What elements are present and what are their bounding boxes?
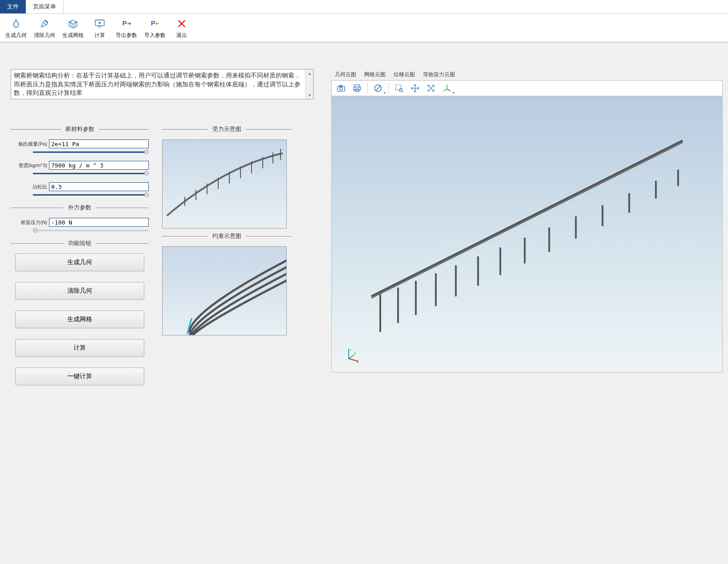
density-label: 密度(kg/m^3) [11,162,49,169]
play-screen-icon [94,17,105,30]
axis-z-label: z [350,347,351,351]
svg-rect-15 [340,85,342,86]
poisson-input[interactable] [49,182,149,191]
ribbon-gen-mesh[interactable]: 生成网格 [61,16,85,40]
rotate-icon[interactable] [425,82,437,94]
camera-icon[interactable] [335,82,347,94]
svg-rect-17 [354,87,361,90]
description-textarea[interactable]: 钢索桥钢索结构分析：在基于云计算基础上，用户可以通过调节桥钢索参数，用来模拟不同… [11,69,313,99]
clear-geometry-button[interactable]: 清除几何 [15,282,144,300]
gen-geometry-button[interactable]: 生成几何 [15,253,144,271]
view-tab-geometry[interactable]: 几何云图 [335,71,356,78]
one-click-compute-button[interactable]: 一键计算 [15,368,144,385]
scroll-down-icon[interactable]: ▾ [306,91,313,99]
surface-pressure-label: 桥面压力(N) [11,219,49,226]
ribbon-label: 导入参数 [144,32,166,39]
zoom-select-icon[interactable] [393,82,405,94]
ribbon-label: 生成网格 [62,32,84,39]
poisson-slider[interactable] [33,192,149,197]
broom-icon [40,17,49,30]
density-input[interactable] [49,161,149,170]
view-tab-mesh[interactable]: 网格云图 [364,71,386,78]
axis-toggle-icon[interactable]: ▾ [441,82,453,94]
import-p-icon: P [150,17,160,30]
gen-mesh-button[interactable]: 生成网格 [15,311,144,328]
section-header-actions: 功能按钮 [11,239,149,247]
section-title: 受力示意图 [208,125,246,133]
youngs-modulus-input[interactable] [49,139,149,148]
section-header-external-force: 外力参数 [11,204,149,212]
svg-text:P: P [151,20,155,27]
axis-y-label: y [354,351,356,355]
main-viewport[interactable]: z x y [331,96,723,372]
description-text: 钢索桥钢索结构分析：在基于云计算基础上，用户可以通过调节桥钢索参数，用来模拟不同… [14,71,310,98]
ribbon-gen-geometry[interactable]: 生成几何 [4,16,28,40]
surface-pressure-slider[interactable] [33,228,149,233]
ribbon-label: 计算 [94,32,105,39]
droplet-icon [11,17,21,30]
scroll-up-icon[interactable]: ▴ [306,69,313,77]
scrollbar[interactable]: ▴ ▾ [305,69,313,99]
section-title: 桥材料参数 [61,125,99,133]
top-tab-bar: 文件 页面菜单 [0,0,728,14]
pan-icon[interactable] [409,82,421,94]
poisson-label: 泊松比 [11,184,49,190]
ribbon-label: 导出参数 [116,32,137,39]
ribbon-export-params[interactable]: P 导出参数 [114,16,139,40]
svg-line-43 [349,355,354,359]
section-title: 外力参数 [64,204,96,212]
section-header-force-diagram: 受力示意图 [162,125,291,133]
svg-point-14 [340,87,343,90]
section-title: 约束示意图 [208,232,246,240]
ribbon-import-params[interactable]: P 导入参数 [142,16,167,40]
export-p-icon: P [122,17,131,30]
section-title: 功能按钮 [64,239,96,247]
print-icon[interactable] [351,82,363,94]
ribbon-label: 退出 [176,32,187,39]
compute-button[interactable]: 计算 [15,339,144,357]
surface-pressure-input[interactable] [49,218,149,227]
svg-line-20 [375,86,381,91]
svg-rect-21 [396,85,401,90]
forbid-icon[interactable]: ▾ [372,82,384,94]
ribbon-exit[interactable]: 退出 [171,16,192,40]
view-tab-displacement[interactable]: 位移云图 [394,71,415,78]
cube-mesh-icon [68,17,78,30]
close-x-icon [177,17,186,30]
youngs-modulus-label: 杨氏模量(Pa) [11,141,49,147]
tab-file[interactable]: 文件 [0,0,26,13]
section-header-material: 桥材料参数 [11,125,149,133]
svg-rect-16 [354,85,360,87]
ribbon-clear-geometry[interactable]: 清除几何 [32,16,57,40]
ribbon-label: 生成几何 [5,32,27,39]
youngs-modulus-slider[interactable] [33,149,149,155]
view-tabs: 几何云图 网格云图 位移云图 等效应力云图 [331,69,723,80]
constraint-diagram-preview [162,246,287,335]
tab-page-menu[interactable]: 页面菜单 [26,0,64,13]
ribbon-toolbar: 生成几何 清除几何 生成网格 计算 P 导出参数 P 导入参数 退出 [0,14,728,42]
view-tab-stress[interactable]: 等效应力云图 [423,71,455,78]
svg-line-25 [447,89,451,91]
svg-line-26 [443,89,447,91]
section-header-constraint-diagram: 约束示意图 [162,232,291,240]
axis-x-label: x [357,360,358,363]
svg-line-23 [402,91,403,93]
ribbon-compute[interactable]: 计算 [89,16,110,40]
density-slider[interactable] [33,171,149,176]
axis-gizmo-icon: z x y [344,347,357,360]
svg-text:P: P [122,20,127,27]
force-diagram-preview [162,139,287,229]
ribbon-label: 清除几何 [34,32,55,39]
viewport-toolbar: ▾ ▾ [331,80,723,96]
